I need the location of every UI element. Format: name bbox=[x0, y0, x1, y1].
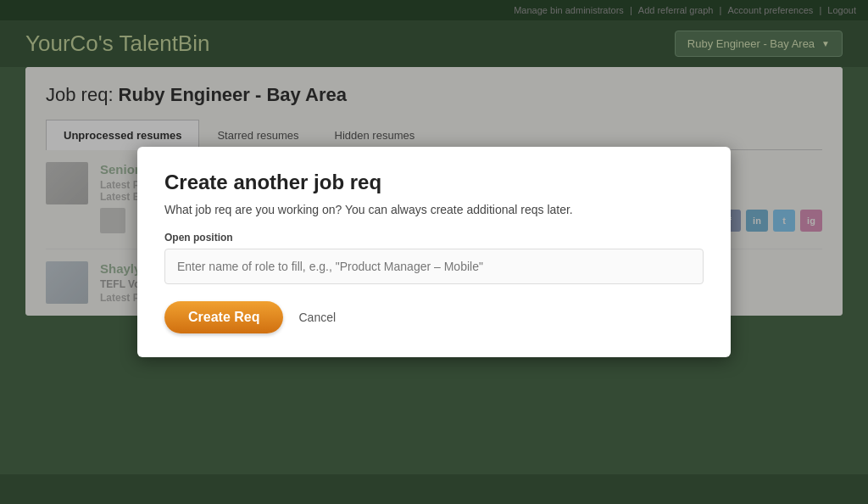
create-req-button[interactable]: Create Req bbox=[164, 301, 283, 333]
modal-description: What job req are you working on? You can… bbox=[164, 203, 704, 216]
modal-title: Create another job req bbox=[164, 171, 704, 194]
modal-overlay: Create another job req What job req are … bbox=[0, 0, 868, 504]
open-position-input[interactable] bbox=[164, 249, 704, 284]
modal-actions: Create Req Cancel bbox=[164, 301, 704, 333]
create-job-req-modal: Create another job req What job req are … bbox=[137, 147, 731, 357]
open-position-label: Open position bbox=[164, 232, 704, 244]
cancel-button[interactable]: Cancel bbox=[298, 311, 336, 324]
